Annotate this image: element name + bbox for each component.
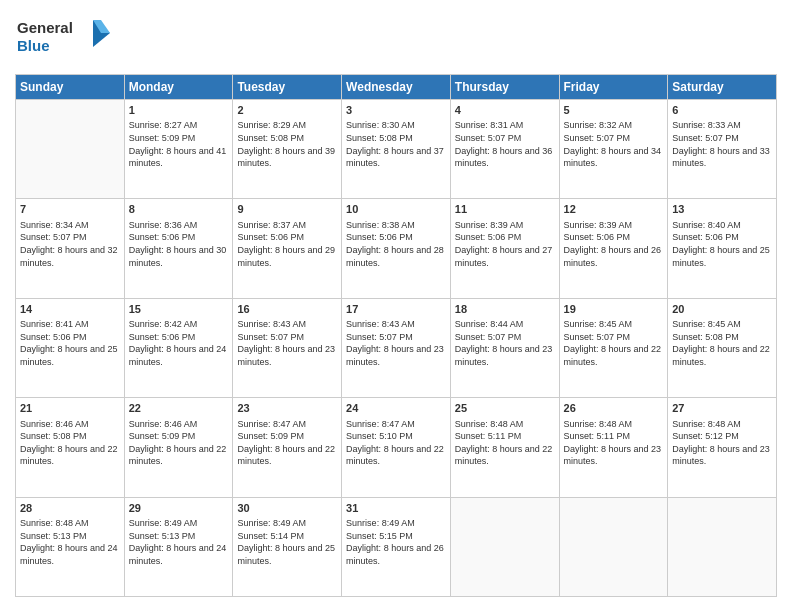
day-number: 19 bbox=[564, 302, 664, 317]
day-info: Sunrise: 8:48 AMSunset: 5:13 PMDaylight:… bbox=[20, 517, 120, 567]
calendar-week-4: 21Sunrise: 8:46 AMSunset: 5:08 PMDayligh… bbox=[16, 398, 777, 497]
day-info: Sunrise: 8:49 AMSunset: 5:13 PMDaylight:… bbox=[129, 517, 229, 567]
day-number: 9 bbox=[237, 202, 337, 217]
calendar-cell: 28Sunrise: 8:48 AMSunset: 5:13 PMDayligh… bbox=[16, 497, 125, 596]
calendar-cell: 8Sunrise: 8:36 AMSunset: 5:06 PMDaylight… bbox=[124, 199, 233, 298]
day-number: 15 bbox=[129, 302, 229, 317]
day-number: 29 bbox=[129, 501, 229, 516]
calendar-cell bbox=[668, 497, 777, 596]
day-info: Sunrise: 8:46 AMSunset: 5:09 PMDaylight:… bbox=[129, 418, 229, 468]
calendar-cell bbox=[559, 497, 668, 596]
calendar-cell: 24Sunrise: 8:47 AMSunset: 5:10 PMDayligh… bbox=[342, 398, 451, 497]
day-number: 12 bbox=[564, 202, 664, 217]
day-number: 10 bbox=[346, 202, 446, 217]
calendar-cell: 6Sunrise: 8:33 AMSunset: 5:07 PMDaylight… bbox=[668, 100, 777, 199]
day-info: Sunrise: 8:49 AMSunset: 5:14 PMDaylight:… bbox=[237, 517, 337, 567]
calendar-cell: 19Sunrise: 8:45 AMSunset: 5:07 PMDayligh… bbox=[559, 298, 668, 397]
day-info: Sunrise: 8:43 AMSunset: 5:07 PMDaylight:… bbox=[346, 318, 446, 368]
calendar-cell: 14Sunrise: 8:41 AMSunset: 5:06 PMDayligh… bbox=[16, 298, 125, 397]
calendar-cell: 22Sunrise: 8:46 AMSunset: 5:09 PMDayligh… bbox=[124, 398, 233, 497]
calendar-cell: 23Sunrise: 8:47 AMSunset: 5:09 PMDayligh… bbox=[233, 398, 342, 497]
calendar-cell bbox=[450, 497, 559, 596]
calendar-cell: 25Sunrise: 8:48 AMSunset: 5:11 PMDayligh… bbox=[450, 398, 559, 497]
day-info: Sunrise: 8:48 AMSunset: 5:12 PMDaylight:… bbox=[672, 418, 772, 468]
weekday-tuesday: Tuesday bbox=[233, 75, 342, 100]
day-info: Sunrise: 8:49 AMSunset: 5:15 PMDaylight:… bbox=[346, 517, 446, 567]
calendar-cell: 11Sunrise: 8:39 AMSunset: 5:06 PMDayligh… bbox=[450, 199, 559, 298]
day-info: Sunrise: 8:37 AMSunset: 5:06 PMDaylight:… bbox=[237, 219, 337, 269]
calendar-week-3: 14Sunrise: 8:41 AMSunset: 5:06 PMDayligh… bbox=[16, 298, 777, 397]
calendar-week-5: 28Sunrise: 8:48 AMSunset: 5:13 PMDayligh… bbox=[16, 497, 777, 596]
calendar-cell: 27Sunrise: 8:48 AMSunset: 5:12 PMDayligh… bbox=[668, 398, 777, 497]
day-number: 13 bbox=[672, 202, 772, 217]
weekday-header-row: SundayMondayTuesdayWednesdayThursdayFrid… bbox=[16, 75, 777, 100]
calendar-cell: 31Sunrise: 8:49 AMSunset: 5:15 PMDayligh… bbox=[342, 497, 451, 596]
day-number: 24 bbox=[346, 401, 446, 416]
calendar-cell: 12Sunrise: 8:39 AMSunset: 5:06 PMDayligh… bbox=[559, 199, 668, 298]
day-info: Sunrise: 8:39 AMSunset: 5:06 PMDaylight:… bbox=[455, 219, 555, 269]
day-info: Sunrise: 8:38 AMSunset: 5:06 PMDaylight:… bbox=[346, 219, 446, 269]
day-number: 31 bbox=[346, 501, 446, 516]
calendar-cell bbox=[16, 100, 125, 199]
calendar-cell: 4Sunrise: 8:31 AMSunset: 5:07 PMDaylight… bbox=[450, 100, 559, 199]
day-number: 5 bbox=[564, 103, 664, 118]
calendar-cell: 10Sunrise: 8:38 AMSunset: 5:06 PMDayligh… bbox=[342, 199, 451, 298]
weekday-saturday: Saturday bbox=[668, 75, 777, 100]
day-number: 4 bbox=[455, 103, 555, 118]
day-number: 7 bbox=[20, 202, 120, 217]
day-number: 2 bbox=[237, 103, 337, 118]
day-number: 22 bbox=[129, 401, 229, 416]
calendar-cell: 1Sunrise: 8:27 AMSunset: 5:09 PMDaylight… bbox=[124, 100, 233, 199]
calendar-cell: 29Sunrise: 8:49 AMSunset: 5:13 PMDayligh… bbox=[124, 497, 233, 596]
calendar-cell: 5Sunrise: 8:32 AMSunset: 5:07 PMDaylight… bbox=[559, 100, 668, 199]
day-number: 30 bbox=[237, 501, 337, 516]
weekday-monday: Monday bbox=[124, 75, 233, 100]
day-number: 8 bbox=[129, 202, 229, 217]
day-number: 1 bbox=[129, 103, 229, 118]
logo-text: General Blue bbox=[15, 15, 115, 64]
day-number: 14 bbox=[20, 302, 120, 317]
day-info: Sunrise: 8:36 AMSunset: 5:06 PMDaylight:… bbox=[129, 219, 229, 269]
day-info: Sunrise: 8:30 AMSunset: 5:08 PMDaylight:… bbox=[346, 119, 446, 169]
weekday-thursday: Thursday bbox=[450, 75, 559, 100]
calendar-cell: 30Sunrise: 8:49 AMSunset: 5:14 PMDayligh… bbox=[233, 497, 342, 596]
header: General Blue bbox=[15, 15, 777, 64]
day-number: 20 bbox=[672, 302, 772, 317]
calendar-cell: 2Sunrise: 8:29 AMSunset: 5:08 PMDaylight… bbox=[233, 100, 342, 199]
day-info: Sunrise: 8:39 AMSunset: 5:06 PMDaylight:… bbox=[564, 219, 664, 269]
weekday-friday: Friday bbox=[559, 75, 668, 100]
day-info: Sunrise: 8:31 AMSunset: 5:07 PMDaylight:… bbox=[455, 119, 555, 169]
day-number: 3 bbox=[346, 103, 446, 118]
day-info: Sunrise: 8:46 AMSunset: 5:08 PMDaylight:… bbox=[20, 418, 120, 468]
calendar-cell: 18Sunrise: 8:44 AMSunset: 5:07 PMDayligh… bbox=[450, 298, 559, 397]
day-number: 23 bbox=[237, 401, 337, 416]
day-info: Sunrise: 8:40 AMSunset: 5:06 PMDaylight:… bbox=[672, 219, 772, 269]
calendar-cell: 3Sunrise: 8:30 AMSunset: 5:08 PMDaylight… bbox=[342, 100, 451, 199]
day-info: Sunrise: 8:43 AMSunset: 5:07 PMDaylight:… bbox=[237, 318, 337, 368]
logo: General Blue bbox=[15, 15, 115, 64]
calendar-cell: 13Sunrise: 8:40 AMSunset: 5:06 PMDayligh… bbox=[668, 199, 777, 298]
day-number: 18 bbox=[455, 302, 555, 317]
day-number: 16 bbox=[237, 302, 337, 317]
day-number: 26 bbox=[564, 401, 664, 416]
calendar-week-1: 1Sunrise: 8:27 AMSunset: 5:09 PMDaylight… bbox=[16, 100, 777, 199]
day-number: 27 bbox=[672, 401, 772, 416]
day-info: Sunrise: 8:48 AMSunset: 5:11 PMDaylight:… bbox=[564, 418, 664, 468]
day-number: 25 bbox=[455, 401, 555, 416]
calendar-cell: 17Sunrise: 8:43 AMSunset: 5:07 PMDayligh… bbox=[342, 298, 451, 397]
calendar-cell: 9Sunrise: 8:37 AMSunset: 5:06 PMDaylight… bbox=[233, 199, 342, 298]
weekday-wednesday: Wednesday bbox=[342, 75, 451, 100]
calendar-week-2: 7Sunrise: 8:34 AMSunset: 5:07 PMDaylight… bbox=[16, 199, 777, 298]
day-info: Sunrise: 8:47 AMSunset: 5:10 PMDaylight:… bbox=[346, 418, 446, 468]
day-info: Sunrise: 8:45 AMSunset: 5:08 PMDaylight:… bbox=[672, 318, 772, 368]
calendar-page: General Blue SundayMondayTuesdayWednesda… bbox=[0, 0, 792, 612]
calendar-cell: 21Sunrise: 8:46 AMSunset: 5:08 PMDayligh… bbox=[16, 398, 125, 497]
calendar-cell: 20Sunrise: 8:45 AMSunset: 5:08 PMDayligh… bbox=[668, 298, 777, 397]
day-info: Sunrise: 8:48 AMSunset: 5:11 PMDaylight:… bbox=[455, 418, 555, 468]
calendar-cell: 16Sunrise: 8:43 AMSunset: 5:07 PMDayligh… bbox=[233, 298, 342, 397]
day-info: Sunrise: 8:27 AMSunset: 5:09 PMDaylight:… bbox=[129, 119, 229, 169]
day-info: Sunrise: 8:45 AMSunset: 5:07 PMDaylight:… bbox=[564, 318, 664, 368]
weekday-sunday: Sunday bbox=[16, 75, 125, 100]
day-info: Sunrise: 8:44 AMSunset: 5:07 PMDaylight:… bbox=[455, 318, 555, 368]
svg-text:General: General bbox=[17, 19, 73, 36]
